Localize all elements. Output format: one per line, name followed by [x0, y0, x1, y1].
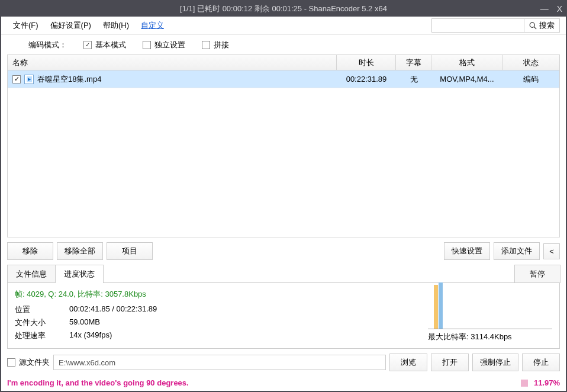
remove-all-button[interactable]: 移除全部	[57, 242, 103, 260]
position-value: 00:02:41.85 / 00:22:31.89	[69, 304, 157, 315]
menubar: 文件(F) 偏好设置(P) 帮助(H) 自定义 搜索	[1, 17, 566, 35]
speed-label: 处理速率	[15, 330, 69, 341]
svg-point-0	[530, 23, 534, 27]
stop-button[interactable]: 停止	[522, 354, 560, 371]
quick-settings-button[interactable]: 快速设置	[444, 242, 490, 260]
filesize-label: 文件大小	[15, 317, 69, 328]
force-stop-button[interactable]: 强制停止	[472, 354, 518, 371]
search-input[interactable]	[432, 19, 524, 32]
graph-bar	[434, 285, 438, 329]
source-path[interactable]: E:\www.x6d.com	[53, 355, 386, 370]
tab-progress[interactable]: 进度状态	[55, 265, 104, 283]
encode-mode-row: 编码模式： ✓基本模式 独立设置 拼接	[1, 35, 566, 54]
search-box: 搜索	[431, 18, 560, 33]
source-label: 源文件夹	[19, 357, 50, 368]
menu-custom[interactable]: 自定义	[135, 18, 170, 33]
search-button[interactable]: 搜索	[524, 19, 559, 32]
mode-basic[interactable]: ✓基本模式	[83, 40, 126, 50]
progress-panel: 帧: 4029, Q: 24.0, 比特率: 3057.8Kbps 位置00:0…	[7, 282, 560, 349]
browse-button[interactable]: 浏览	[389, 354, 427, 371]
cell-status: 编码	[502, 72, 559, 87]
close-icon[interactable]: X	[557, 4, 562, 14]
file-name: 吞噬星空18集.mp4	[37, 74, 101, 85]
col-name[interactable]: 名称	[8, 55, 337, 70]
graph-bar	[439, 282, 443, 329]
source-row: 源文件夹 E:\www.x6d.com 浏览 打开 强制停止 停止	[1, 349, 566, 376]
search-icon	[529, 22, 537, 30]
progress-percent: 11.97%	[534, 378, 560, 387]
col-format[interactable]: 格式	[431, 55, 502, 70]
cell-duration: 00:22:31.89	[337, 72, 396, 86]
status-message: I'm encoding it, and the video's going 9…	[7, 378, 189, 387]
open-button[interactable]: 打开	[431, 354, 469, 371]
filesize-value: 59.00MB	[69, 317, 100, 328]
pause-button[interactable]: 暂停	[514, 265, 560, 283]
remove-button[interactable]: 移除	[7, 242, 53, 260]
menu-file[interactable]: 文件(F)	[7, 18, 44, 33]
window-title: [1/1] 已耗时 00:00:12 剩余 00:01:25 - ShanaEn…	[180, 4, 387, 14]
encode-stats: 帧: 4029, Q: 24.0, 比特率: 3057.8Kbps	[15, 289, 428, 300]
bitrate-graph	[428, 289, 552, 329]
progress-icon	[521, 380, 528, 387]
mode-independent[interactable]: 独立设置	[143, 40, 185, 50]
col-subtitle[interactable]: 字幕	[396, 55, 431, 70]
status-bar: I'm encoding it, and the video's going 9…	[1, 376, 566, 391]
table-header: 名称 时长 字幕 格式 状态	[8, 55, 559, 70]
col-duration[interactable]: 时长	[337, 55, 396, 70]
info-tabs: 文件信息 进度状态 暂停	[1, 265, 566, 283]
table-row[interactable]: ✓ 吞噬星空18集.mp4 00:22:31.89 无 MOV,MP4,M4..…	[8, 70, 559, 88]
source-checkbox[interactable]	[7, 358, 15, 367]
project-button[interactable]: 项目	[107, 242, 153, 260]
action-buttons: 移除 移除全部 项目 快速设置 添加文件 <	[1, 237, 566, 265]
collapse-button[interactable]: <	[543, 243, 560, 259]
app-body: 文件(F) 偏好设置(P) 帮助(H) 自定义 搜索 编码模式： ✓基本模式 独…	[1, 17, 566, 391]
speed-value: 14x (349fps)	[69, 330, 112, 341]
mode-stitch[interactable]: 拼接	[202, 40, 229, 50]
cell-subtitle: 无	[396, 72, 431, 87]
menu-help[interactable]: 帮助(H)	[97, 18, 135, 33]
file-table: 名称 时长 字幕 格式 状态 ✓ 吞噬星空18集.mp4 00:22:31.89…	[7, 54, 560, 237]
cell-format: MOV,MP4,M4...	[431, 72, 502, 86]
max-bitrate: 最大比特率: 3114.4Kbps	[428, 332, 552, 342]
row-checkbox[interactable]: ✓	[12, 75, 21, 83]
col-status[interactable]: 状态	[502, 55, 559, 70]
menu-preferences[interactable]: 偏好设置(P)	[44, 18, 97, 33]
titlebar: [1/1] 已耗时 00:00:12 剩余 00:01:25 - ShanaEn…	[1, 1, 566, 17]
mode-label: 编码模式：	[28, 40, 67, 50]
position-label: 位置	[15, 304, 69, 315]
svg-line-1	[534, 27, 537, 29]
window-controls: — X	[540, 4, 562, 14]
video-file-icon	[24, 75, 34, 84]
tab-file-info[interactable]: 文件信息	[7, 265, 56, 283]
add-file-button[interactable]: 添加文件	[494, 242, 540, 260]
minimize-icon[interactable]: —	[540, 4, 549, 14]
